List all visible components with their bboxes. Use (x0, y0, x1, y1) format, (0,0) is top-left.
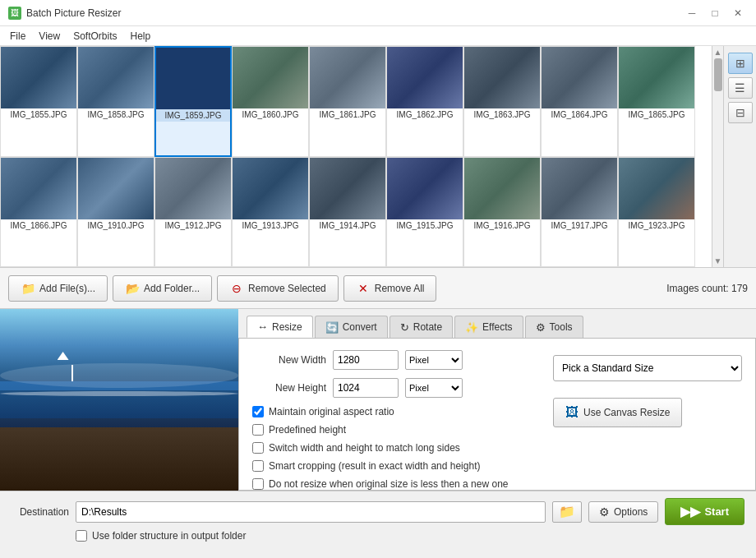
tab-convert-label: Convert (343, 321, 377, 333)
destination-input[interactable] (76, 501, 546, 523)
thumb-img-1860[interactable]: IMG_1860.JPG (232, 46, 309, 157)
maximize-button[interactable]: □ (705, 5, 725, 21)
destination-label: Destination (12, 506, 69, 518)
thumb-img-1858[interactable]: IMG_1858.JPG (77, 46, 154, 157)
width-input[interactable] (333, 350, 399, 370)
folder-structure-checkbox[interactable] (76, 530, 87, 542)
remove-all-button[interactable]: ✕ Remove All (343, 275, 437, 302)
height-unit-select[interactable]: Pixel Percent cm inch (405, 378, 463, 398)
start-icon: ▶▶ (680, 504, 700, 519)
thumb-img-1859[interactable]: IMG_1859.JPG (154, 46, 232, 157)
smart-crop-row: Smart cropping (result in exact width an… (252, 460, 532, 472)
main-container: IMG_1855.JPG IMG_1858.JPG IMG_1859.JPG I… (0, 46, 756, 558)
add-files-button[interactable]: 📁 Add File(s)... (8, 275, 108, 302)
grid-large-view-btn[interactable]: ⊞ (728, 53, 753, 74)
canvas-icon: 🖼 (565, 405, 579, 420)
effects-tab-icon: ✨ (465, 321, 478, 334)
canvas-resize-button[interactable]: 🖼 Use Canvas Resize (553, 398, 682, 427)
tab-tools[interactable]: ⚙ Tools (525, 316, 583, 338)
smart-crop-label: Smart cropping (result in exact width an… (269, 460, 480, 472)
thumb-img-1923[interactable]: IMG_1923.JPG (618, 157, 695, 268)
thumb-img-1866[interactable]: IMG_1866.JPG (0, 157, 77, 268)
start-label: Start (704, 505, 729, 518)
width-row: New Width Pixel Percent cm inch (252, 350, 532, 370)
thumb-img-1862[interactable]: IMG_1862.JPG (386, 46, 463, 157)
thumb-img-1865[interactable]: IMG_1865.JPG (618, 46, 695, 157)
thumb-img-1913[interactable]: IMG_1913.JPG (232, 157, 309, 268)
image-row-2: IMG_1866.JPG IMG_1910.JPG IMG_1912.JPG I… (0, 157, 712, 268)
thumb-img-1916[interactable]: IMG_1916.JPG (463, 157, 541, 268)
predefined-height-row: Predefined height (252, 424, 532, 436)
close-button[interactable]: ✕ (728, 5, 748, 21)
image-scrollbar[interactable]: ▲ ▼ (712, 46, 723, 267)
tab-rotate[interactable]: ↻ Rotate (390, 316, 453, 338)
menu-softorbits[interactable]: SoftOrbits (67, 28, 123, 44)
folder-structure-label: Use folder structure in output folder (92, 530, 246, 542)
remove-all-label: Remove All (375, 283, 425, 294)
thumb-img-1910[interactable]: IMG_1910.JPG (77, 157, 154, 268)
image-row-1: IMG_1855.JPG IMG_1858.JPG IMG_1859.JPG I… (0, 46, 712, 157)
preview-image (0, 309, 238, 491)
menu-file[interactable]: File (3, 28, 32, 44)
bottom-actions: Use folder structure in output folder (12, 530, 744, 548)
no-upscale-checkbox[interactable] (252, 478, 264, 490)
remove-selected-icon: ⊖ (229, 281, 244, 296)
predefined-height-checkbox[interactable] (252, 424, 264, 436)
destination-row: Destination 📁 ⚙ Options ▶▶ Start (12, 498, 744, 525)
toolbar: 📁 Add File(s)... 📂 Add Folder... ⊖ Remov… (0, 268, 756, 309)
thumb-img-1914[interactable]: IMG_1914.JPG (309, 157, 386, 268)
predefined-height-label: Predefined height (269, 424, 346, 436)
add-folder-button[interactable]: 📂 Add Folder... (113, 275, 212, 302)
convert-tab-icon: 🔄 (325, 321, 339, 334)
tab-convert[interactable]: 🔄 Convert (315, 316, 388, 338)
folder-structure-row: Use folder structure in output folder (76, 530, 246, 542)
remove-selected-button[interactable]: ⊖ Remove Selected (217, 275, 339, 302)
resize-tab-content: New Width Pixel Percent cm inch New He (238, 338, 756, 491)
resize-left-col: New Width Pixel Percent cm inch New He (252, 350, 532, 491)
thumb-img-1917[interactable]: IMG_1917.JPG (541, 157, 618, 268)
thumb-img-1863[interactable]: IMG_1863.JPG (463, 46, 541, 157)
switch-sides-label: Switch width and height to match long si… (269, 442, 460, 454)
options-button[interactable]: ⚙ Options (588, 501, 658, 523)
tab-resize-label: Resize (272, 321, 302, 333)
width-unit-select[interactable]: Pixel Percent cm inch (405, 350, 463, 370)
options-gear-icon: ⚙ (599, 505, 610, 519)
app-title: Batch Picture Resizer (26, 7, 677, 19)
tab-rotate-label: Rotate (413, 321, 442, 333)
list-view-btn[interactable]: ☰ (728, 77, 753, 99)
add-files-icon: 📁 (21, 281, 35, 296)
switch-sides-checkbox[interactable] (252, 442, 264, 454)
add-folder-icon: 📂 (125, 281, 140, 296)
grid-small-view-btn[interactable]: ⊟ (728, 102, 753, 123)
canvas-btn-label: Use Canvas Resize (583, 407, 670, 418)
thumb-img-1861[interactable]: IMG_1861.JPG (309, 46, 386, 157)
tab-resize[interactable]: ↔ Resize (247, 316, 313, 338)
smart-crop-checkbox[interactable] (252, 460, 264, 472)
maintain-ratio-checkbox[interactable] (252, 406, 264, 417)
menu-help[interactable]: Help (124, 28, 158, 44)
thumb-img-1864[interactable]: IMG_1864.JPG (541, 46, 618, 157)
no-upscale-row: Do not resize when original size is less… (252, 478, 532, 490)
browse-folder-button[interactable]: 📁 (552, 501, 582, 523)
menu-view[interactable]: View (32, 28, 67, 44)
tools-tab-icon: ⚙ (536, 321, 546, 334)
thumb-img-1915[interactable]: IMG_1915.JPG (386, 157, 463, 268)
start-button[interactable]: ▶▶ Start (665, 498, 744, 525)
add-files-label: Add File(s)... (39, 283, 95, 294)
settings-panel: ↔ Resize 🔄 Convert ↻ Rotate ✨ Effects ⚙ (238, 309, 756, 491)
thumb-img-1912[interactable]: IMG_1912.JPG (154, 157, 232, 268)
height-input[interactable] (333, 378, 399, 398)
height-label: New Height (252, 382, 326, 394)
bottom-bar: Destination 📁 ⚙ Options ▶▶ Start Use fol… (0, 491, 756, 558)
thumb-img-1855[interactable]: IMG_1855.JPG (0, 46, 77, 157)
standard-size-select[interactable]: Pick a Standard Size (553, 355, 742, 381)
minimize-button[interactable]: ─ (682, 5, 702, 21)
height-row: New Height Pixel Percent cm inch (252, 378, 532, 398)
options-label: Options (614, 506, 648, 518)
tab-effects[interactable]: ✨ Effects (454, 316, 523, 338)
tab-tools-label: Tools (550, 321, 573, 333)
bottom-section: ↔ Resize 🔄 Convert ↻ Rotate ✨ Effects ⚙ (0, 309, 756, 491)
tab-effects-label: Effects (482, 321, 512, 333)
scrollbar-thumb[interactable] (714, 58, 722, 91)
resize-right-col: Pick a Standard Size 🖼 Use Canvas Resize (545, 350, 742, 491)
